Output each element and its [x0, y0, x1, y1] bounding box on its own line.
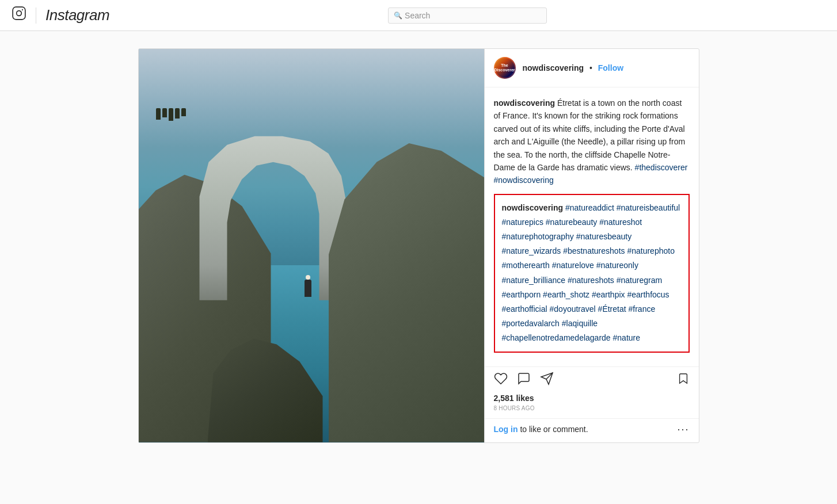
post-header-info: nowdiscovering • Follow [523, 63, 690, 72]
login-link[interactable]: Log in [494, 425, 518, 434]
post-header: The Discoverer nowdiscovering • Follow [485, 49, 699, 87]
header-divider [36, 7, 36, 24]
search-input[interactable] [388, 7, 547, 24]
hashtag-naturebeauty[interactable]: #naturebeauty [546, 217, 598, 227]
hashtag-nowdiscovering[interactable]: #nowdiscovering [494, 175, 554, 185]
hashtag-laqiquille[interactable]: #laqiquille [562, 319, 598, 328]
person-silhouette [305, 280, 311, 297]
hashtag-nature-wizards[interactable]: #nature_wizards [502, 246, 561, 255]
hashtag-earthofficial[interactable]: #earthofficial [502, 304, 547, 314]
svg-point-1 [17, 11, 22, 16]
hashtag-natureonly[interactable]: #natureonly [596, 261, 638, 270]
share-button[interactable] [540, 372, 554, 389]
hashtag-naturegram[interactable]: #naturegram [617, 276, 662, 285]
post-actions: 2,581 likes 8 hours ago [485, 366, 699, 418]
hashtag-etretat[interactable]: #Étretat [598, 304, 626, 314]
post-caption-area[interactable]: nowdiscovering Étretat is a town on the … [485, 87, 699, 366]
login-prompt: Log in to like or comment. [494, 425, 588, 434]
instagram-camera-icon [12, 6, 26, 25]
hashtag-naturesbeauty[interactable]: #naturesbeauty [576, 232, 632, 241]
comment-button[interactable] [517, 372, 531, 389]
search-icon: 🔍 [394, 12, 402, 20]
post-image [139, 49, 484, 442]
hashtag-nature-brilliance[interactable]: #nature_brilliance [502, 276, 566, 285]
cliff-right [329, 68, 484, 442]
hashtag-list: #natureaddict #natureisbeautiful #nature… [502, 203, 680, 343]
hashtag-france[interactable]: #france [629, 304, 656, 314]
post-description: nowdiscovering Étretat is a town on the … [494, 97, 690, 187]
actions-row [494, 372, 690, 389]
header-dot: • [589, 63, 592, 72]
post-info-panel: The Discoverer nowdiscovering • Follow n… [484, 49, 699, 442]
hashtag-natureshots[interactable]: #natureshots [568, 276, 614, 285]
hashtag-chapellenotredamedelagarde[interactable]: #chapellenotredamedelagarde [502, 333, 611, 342]
hashtag-naturepics[interactable]: #naturepics [502, 217, 543, 227]
hashtag-block-username[interactable]: nowdiscovering [502, 203, 564, 212]
hashtag-doyoutravel[interactable]: #doyoutravel [550, 304, 596, 314]
hashtag-natureaddict[interactable]: #natureaddict [565, 203, 614, 212]
hashtag-motherearth[interactable]: #motherearth [502, 261, 550, 270]
post-username[interactable]: nowdiscovering [523, 63, 584, 72]
svg-rect-0 [13, 7, 25, 20]
actions-left [494, 372, 554, 389]
hashtag-earthfocus[interactable]: #earthfocus [627, 290, 669, 299]
post-container: The Discoverer nowdiscovering • Follow n… [138, 48, 699, 443]
caption-username[interactable]: nowdiscovering [494, 98, 556, 108]
login-row: Log in to like or comment. ··· [485, 418, 699, 442]
hashtag-bestnatureshots[interactable]: #bestnatureshots [563, 246, 625, 255]
hashtag-natureisbeautiful[interactable]: #natureisbeautiful [617, 203, 680, 212]
hashtag-naturephoto[interactable]: #naturephoto [627, 246, 675, 255]
login-suffix: to like or comment. [518, 425, 588, 434]
likes-count: 2,581 likes [494, 394, 690, 403]
wordmark: Instagram [45, 6, 109, 24]
logo-area: Instagram [12, 6, 109, 25]
post-timestamp: 8 hours ago [494, 405, 690, 411]
hashtag-portedavalarch[interactable]: #portedavalarch [502, 319, 560, 328]
avatar-text: The Discoverer [494, 63, 515, 72]
header: Instagram 🔍 [0, 0, 837, 31]
hashtag-naturephotography[interactable]: #naturephotography [502, 232, 574, 241]
hashtag-earthpix[interactable]: #earthpix [592, 290, 625, 299]
svg-point-2 [22, 9, 23, 10]
like-button[interactable] [494, 372, 508, 389]
hashtag-box: nowdiscovering #natureaddict #natureisbe… [494, 194, 690, 353]
avatar[interactable]: The Discoverer [494, 57, 516, 79]
follow-button[interactable]: Follow [598, 63, 623, 72]
hashtag-earthporn[interactable]: #earthporn [502, 290, 541, 299]
hashtag-naturelove[interactable]: #naturelove [552, 261, 594, 270]
hashtag-thediscoverer[interactable]: #thediscoverer [635, 163, 688, 172]
more-options-button[interactable]: ··· [677, 423, 689, 436]
hill-trees [156, 108, 186, 121]
search-area: 🔍 [388, 7, 547, 24]
hashtag-earth-shotz[interactable]: #earth_shotz [543, 290, 589, 299]
hashtag-nature[interactable]: #nature [613, 333, 640, 342]
bookmark-button[interactable] [677, 372, 690, 388]
main-content: The Discoverer nowdiscovering • Follow n… [0, 31, 837, 460]
hashtag-natureshot[interactable]: #natureshot [599, 217, 642, 227]
